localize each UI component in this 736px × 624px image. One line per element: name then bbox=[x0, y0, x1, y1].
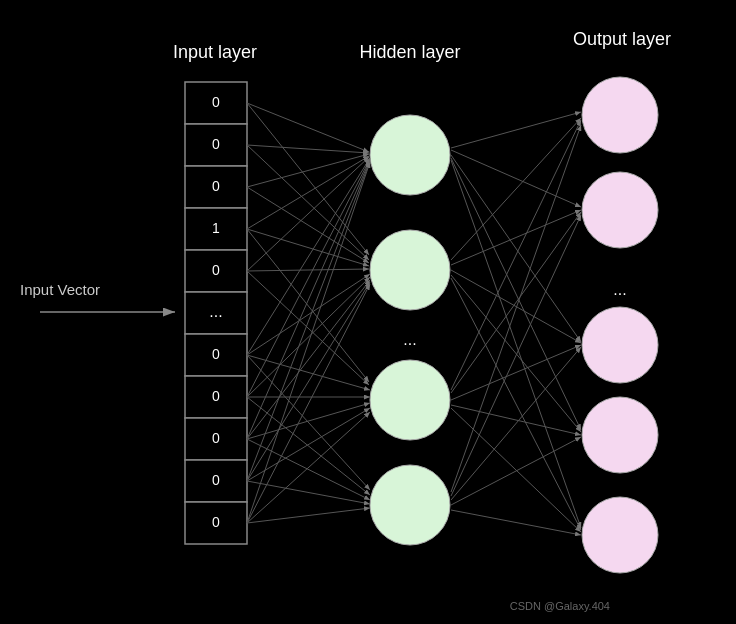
conn-h2-o5 bbox=[451, 278, 581, 530]
input-val-7: 0 bbox=[212, 346, 220, 362]
watermark-text: CSDN @Galaxy.404 bbox=[510, 600, 610, 612]
hidden-node-1 bbox=[370, 115, 450, 195]
conn-h2-o3 bbox=[451, 270, 581, 343]
conn-i8-h2 bbox=[247, 277, 370, 397]
conn-i1-h2 bbox=[247, 103, 369, 255]
conn-i4-h2 bbox=[247, 229, 369, 266]
conn-i9-h3 bbox=[247, 403, 370, 439]
conn-i7-h1 bbox=[247, 158, 370, 355]
hidden-dots: ... bbox=[403, 331, 416, 348]
hidden-node-3 bbox=[370, 360, 450, 440]
neural-network-diagram: Input layer Hidden layer Output layer In… bbox=[0, 0, 736, 624]
input-vector-label: Input Vector bbox=[20, 281, 100, 298]
input-val-9: 0 bbox=[212, 430, 220, 446]
conn-i11-h4 bbox=[247, 508, 370, 523]
conn-h4-o3 bbox=[451, 347, 581, 500]
input-val-8: 0 bbox=[212, 388, 220, 404]
conn-h4-o4 bbox=[451, 437, 581, 505]
conn-h3-o4 bbox=[451, 405, 581, 435]
output-dots: ... bbox=[613, 281, 626, 298]
conn-i8-h4 bbox=[247, 397, 370, 495]
conn-h1-o3 bbox=[451, 155, 581, 342]
output-node-3 bbox=[582, 307, 658, 383]
conn-i8-h1 bbox=[247, 159, 370, 397]
conn-i5-h3 bbox=[247, 271, 369, 385]
output-node-5 bbox=[582, 497, 658, 573]
conn-i10-h2 bbox=[247, 282, 370, 481]
conn-h4-o1 bbox=[451, 125, 581, 492]
conn-i2-h1 bbox=[247, 145, 369, 153]
input-val-4: 1 bbox=[212, 220, 220, 236]
conn-i5-h1 bbox=[247, 157, 369, 271]
output-node-2 bbox=[582, 172, 658, 248]
hidden-node-2 bbox=[370, 230, 450, 310]
conn-h1-o5 bbox=[451, 160, 581, 528]
output-layer-label: Output layer bbox=[573, 29, 671, 49]
hidden-node-4 bbox=[370, 465, 450, 545]
input-val-5: 0 bbox=[212, 262, 220, 278]
input-val-1: 0 bbox=[212, 94, 220, 110]
output-node-4 bbox=[582, 397, 658, 473]
input-val-10: 0 bbox=[212, 472, 220, 488]
input-val-2: 0 bbox=[212, 136, 220, 152]
hidden-layer-label: Hidden layer bbox=[359, 42, 460, 62]
conn-h3-o1 bbox=[451, 120, 581, 390]
conn-h1-o1 bbox=[451, 112, 581, 148]
conn-i5-h2 bbox=[247, 269, 369, 271]
conn-i3-h1 bbox=[247, 154, 369, 187]
output-node-1 bbox=[582, 77, 658, 153]
conn-i2-h2 bbox=[247, 145, 369, 260]
conn-i10-h4 bbox=[247, 481, 370, 504]
conn-i1-h1 bbox=[247, 103, 369, 152]
input-layer-label: Input layer bbox=[173, 42, 257, 62]
input-val-11: 0 bbox=[212, 514, 220, 530]
input-val-6: ... bbox=[209, 303, 222, 320]
conn-i10-h1 bbox=[247, 161, 370, 481]
input-val-3: 0 bbox=[212, 178, 220, 194]
